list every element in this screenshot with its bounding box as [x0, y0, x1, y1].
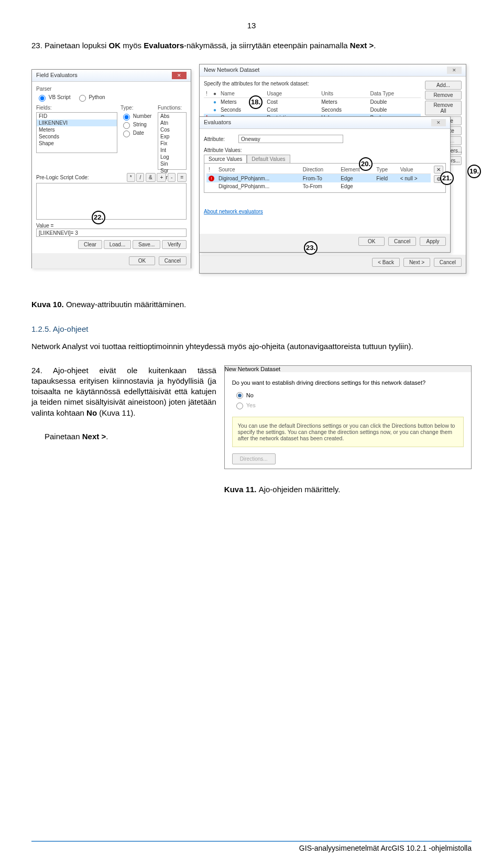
fields-listbox[interactable]: FID LIIKENNEVI Meters Seconds Shape [36, 112, 117, 153]
table-row[interactable]: ● SecondsCostSecondsDouble [204, 106, 421, 114]
functions-listbox[interactable]: Abs Atn Cos Exp Fix Int Log Sin Sqr Tan [158, 112, 187, 170]
close-icon[interactable]: ✕ [447, 67, 462, 74]
remove-all-button[interactable]: Remove All [425, 101, 462, 115]
attribute-label: Attribute: [204, 136, 235, 142]
save-button[interactable]: Save... [133, 240, 160, 249]
col-units: Units [319, 90, 368, 98]
col-usage: Usage [265, 90, 319, 98]
clear-button[interactable]: Clear [78, 240, 102, 249]
back-button[interactable]: < Back [372, 258, 400, 267]
op-button[interactable]: - [168, 173, 176, 182]
yes-label: Yes [246, 402, 256, 408]
intro-ajo-ohjeet: Network Analyst voi tuottaa reittioptimo… [31, 341, 472, 352]
cancel-button[interactable]: Cancel [159, 256, 187, 265]
op-button[interactable]: = [177, 173, 187, 182]
op-button[interactable]: * [127, 173, 135, 182]
list-item[interactable]: FID [37, 113, 117, 120]
radio-icon[interactable] [236, 403, 243, 409]
txt: (Kuva 11). [97, 408, 135, 417]
list-item[interactable]: Cos [158, 126, 186, 133]
caption-label: Kuva 11. [224, 485, 259, 494]
remove-button[interactable]: Remove [425, 91, 462, 100]
driving-directions-dialog: New Network Dataset Do you want to estab… [224, 365, 472, 469]
table-row[interactable]: ● MetersCostMetersDouble [204, 98, 421, 106]
dialog-title: Evaluators [204, 119, 231, 126]
dialog-title: New Network Dataset [225, 366, 280, 372]
close-icon[interactable]: ✕ [431, 119, 446, 126]
bold-evaluators: Evaluators [144, 41, 184, 50]
close-icon[interactable]: ✕ [172, 72, 187, 79]
list-item[interactable]: Int [158, 147, 186, 154]
radio-icon-selected[interactable] [236, 392, 243, 399]
delete-icon[interactable]: ✕ [434, 166, 443, 173]
attr-values-label: Attribute Values: [204, 147, 446, 153]
list-item[interactable]: Log [158, 154, 186, 160]
hint-text: You can use the default Directions setti… [232, 417, 464, 447]
op-button[interactable]: & [146, 173, 156, 182]
dialog-titlebar: Evaluators ✕ [200, 117, 450, 129]
next-button[interactable]: Next > [403, 258, 430, 267]
screenshot-cluster: Field Evaluators ✕ Parser VB Script Pyth… [31, 64, 472, 289]
functions-label: Functions: [158, 105, 187, 111]
caption-11: Kuva 11. Ajo-ohjeiden määrittely. [224, 485, 472, 494]
list-item[interactable]: Abs [158, 113, 186, 120]
load-button[interactable]: Load... [104, 240, 132, 249]
bold-no: No [86, 408, 97, 417]
type-date-radio[interactable] [123, 131, 130, 137]
verify-button[interactable]: Verify [162, 240, 187, 249]
option-no[interactable]: No [236, 392, 464, 399]
value-input[interactable]: [LIIKENNEVI]= 3 [36, 229, 187, 237]
page-number: 13 [31, 21, 472, 30]
type-string-radio[interactable] [123, 122, 130, 129]
txt: -näkymässä, ja siirrytään eteenpäin pain… [184, 41, 350, 50]
list-item[interactable]: Shape [37, 140, 117, 147]
dialog-title: Field Evaluators [36, 72, 78, 79]
bold-ok: OK [109, 41, 121, 50]
python-radio[interactable] [79, 95, 86, 102]
ok-button[interactable]: OK [129, 256, 155, 265]
op-button[interactable]: / [136, 173, 144, 182]
caption-text: Oneway-attribuutin määrittäminen. [66, 300, 186, 309]
apply-button[interactable]: Apply [420, 237, 446, 246]
col-type: Type [374, 166, 398, 174]
type-string-label: String [133, 122, 147, 127]
col-datatype: Data Type [368, 90, 421, 98]
vbscript-radio[interactable] [39, 95, 46, 102]
list-item[interactable]: LIIKENNEVI [37, 120, 117, 126]
no-label: No [246, 392, 254, 398]
type-number-radio[interactable] [123, 114, 130, 121]
op-button[interactable]: + [157, 173, 166, 182]
evaluators-dialog: Evaluators ✕ Attribute: Oneway Attribute… [199, 116, 451, 253]
add-button[interactable]: Add... [425, 81, 462, 90]
cancel-button[interactable]: Cancel [388, 237, 416, 246]
txt: . [374, 41, 376, 50]
dialog-title: New Network Dataset [204, 67, 259, 74]
tab-source-values[interactable]: Source Values [204, 155, 247, 163]
cancel-button[interactable]: Cancel [434, 258, 462, 267]
table-row[interactable]: ! Digiroad_PPohjanm...From-ToEdgeField< … [206, 174, 431, 183]
txt: myös [121, 41, 144, 50]
fields-label: Fields: [36, 105, 117, 111]
prelogic-textarea[interactable] [36, 183, 187, 220]
list-item[interactable]: Fix [158, 140, 186, 147]
table-row[interactable]: Digiroad_PPohjanm...To-FromEdge [206, 182, 431, 190]
option-yes[interactable]: Yes [236, 402, 464, 409]
field-evaluators-dialog: Field Evaluators ✕ Parser VB Script Pyth… [31, 69, 191, 268]
list-item[interactable]: Exp [158, 133, 186, 140]
list-item[interactable]: Meters [37, 126, 117, 133]
about-evaluators-link[interactable]: About network evaluators [204, 209, 263, 214]
attribute-combo[interactable]: Oneway [238, 135, 343, 143]
txt: . [106, 432, 108, 441]
list-item[interactable]: Sin [158, 160, 186, 167]
tab-default-values[interactable]: Default Values [247, 155, 290, 163]
directions-button[interactable]: Directions... [232, 453, 276, 464]
caption-10: Kuva 10. Oneway-attribuutin määrittämine… [31, 300, 472, 309]
step-24: 24. Ajo-ohjeet eivät ole kuitenkaan täss… [31, 365, 216, 418]
caption-text: Ajo-ohjeiden määrittely. [259, 485, 341, 494]
list-item[interactable]: Atn [158, 120, 186, 126]
value-label: Value = [36, 223, 187, 229]
python-label: Python [89, 94, 105, 100]
list-item[interactable]: Seconds [37, 133, 117, 140]
type-number-label: Number [133, 113, 152, 119]
ok-button[interactable]: OK [358, 237, 385, 246]
